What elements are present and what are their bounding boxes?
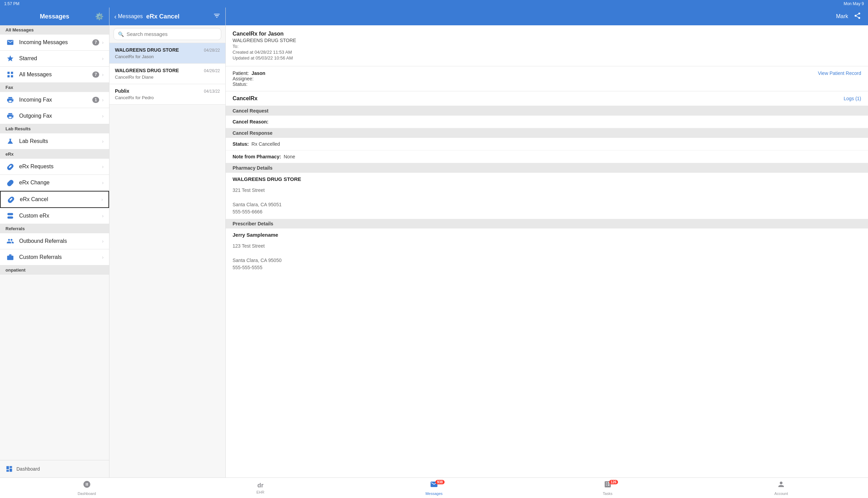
- sidebar-item-starred[interactable]: Starred ›: [0, 51, 109, 67]
- message-list-panel: ‹ Messages eRx Cancel 🔍 WALGREENS DRUG S…: [109, 8, 226, 477]
- lab-results-label: Lab Results: [19, 138, 102, 144]
- status-row: Status:: [233, 81, 265, 87]
- chevron-right-icon: ›: [102, 164, 104, 169]
- sidebar: Messages ⚙️ All Messages Incoming Messag…: [0, 8, 109, 477]
- sidebar-item-erx-requests[interactable]: eRx Requests ›: [0, 159, 109, 175]
- sidebar-item-erx-cancel[interactable]: eRx Cancel ›: [0, 191, 109, 208]
- logs-link[interactable]: Logs (1): [844, 96, 861, 101]
- fax-in-icon: [5, 96, 15, 104]
- pharmacy-city-state: Santa Clara, CA 95051: [233, 201, 861, 208]
- pharmacy-phone: 555-555-6666: [233, 208, 861, 215]
- pharmacy-address: 321 Test Street Santa Clara, CA 95051 55…: [226, 183, 868, 219]
- sidebar-item-outgoing-fax[interactable]: Outgoing Fax ›: [0, 108, 109, 124]
- detail-title: CancelRx for Jason: [233, 31, 861, 37]
- detail-patient-row: Patient: Jason Assignee: Status: View Pa…: [226, 66, 868, 91]
- tab-dashboard[interactable]: Dashboard: [0, 478, 174, 498]
- mark-button[interactable]: Mark: [836, 13, 848, 19]
- all-messages-badge: 7: [92, 71, 100, 78]
- cancel-response-section: Cancel Response: [226, 128, 868, 138]
- section-erx: eRx: [0, 149, 109, 159]
- patient-name: Jason: [251, 70, 265, 76]
- prescriber-phone: 555-555-5555: [233, 264, 861, 271]
- sidebar-item-incoming-fax[interactable]: Incoming Fax 1 ›: [0, 92, 109, 108]
- sidebar-item-erx-change[interactable]: eRx Change ›: [0, 175, 109, 191]
- message-item[interactable]: Publix 04/13/22 CancelRx for Pedro: [109, 84, 225, 105]
- tab-ehr[interactable]: dr EHR: [174, 478, 347, 498]
- person-icon: [777, 480, 785, 490]
- prescriber-street: 123 Test Street: [233, 243, 861, 250]
- prescriber-city-state: Santa Clara, CA 95050: [233, 257, 861, 264]
- erx-change-label: eRx Change: [19, 180, 102, 186]
- sidebar-item-lab-results[interactable]: Lab Results ›: [0, 133, 109, 149]
- status-field: Status: Rx Cancelled: [226, 138, 868, 150]
- tab-dashboard-label: Dashboard: [78, 492, 96, 496]
- pharmacy-street: 321 Test Street: [233, 187, 861, 194]
- dashboard-sidebar-icon: [5, 465, 13, 473]
- section-onpatient: onpatient: [0, 265, 109, 275]
- outbound-referrals-label: Outbound Referrals: [19, 238, 102, 244]
- search-input[interactable]: [127, 31, 217, 37]
- tab-ehr-label: EHR: [257, 490, 264, 494]
- tab-account[interactable]: Account: [694, 478, 868, 498]
- message-item-top: Publix 04/13/22: [115, 88, 220, 94]
- star-icon: [5, 55, 15, 62]
- message-date: 04/13/22: [204, 89, 220, 94]
- erx-cancel-label: eRx Cancel: [20, 196, 101, 202]
- message-item[interactable]: WALGREENS DRUG STORE 04/26/22 CancelRx f…: [109, 64, 225, 84]
- messages-badge: 938: [435, 480, 445, 484]
- tab-tasks[interactable]: 126 Tasks: [521, 478, 695, 498]
- cancel-rx-title: CancelRx: [233, 95, 258, 102]
- search-input-wrapper[interactable]: 🔍: [114, 28, 221, 40]
- chevron-right-icon: ›: [102, 238, 104, 244]
- detail-created: Created at 04/28/22 11:53 AM: [233, 50, 861, 55]
- back-button[interactable]: ‹ Messages: [114, 13, 143, 21]
- chevron-right-icon: ›: [102, 213, 104, 219]
- chevron-right-icon: ›: [102, 254, 104, 260]
- status-value: Rx Cancelled: [251, 141, 280, 147]
- message-subject: CancelRx for Jason: [115, 54, 220, 59]
- incoming-messages-badge: 7: [92, 39, 100, 45]
- patient-info: Patient: Jason Assignee: Status:: [233, 70, 265, 87]
- detail-panel: Mark CancelRx for Jason WALGREENS DRUG S…: [226, 8, 868, 477]
- message-list: WALGREENS DRUG STORE 04/28/22 CancelRx f…: [109, 43, 225, 477]
- pill-change-icon: [5, 179, 15, 186]
- section-all-messages: All Messages: [0, 25, 109, 35]
- sidebar-item-all-messages[interactable]: All Messages 7 ›: [0, 67, 109, 83]
- share-icon[interactable]: [854, 12, 861, 21]
- message-sender: WALGREENS DRUG STORE: [115, 68, 179, 73]
- message-subject: CancelRx for Pedro: [115, 95, 220, 100]
- detail-updated: Updated at 05/03/22 10:56 AM: [233, 55, 861, 61]
- incoming-messages-label: Incoming Messages: [19, 39, 92, 45]
- referral-custom-icon: [5, 253, 15, 261]
- outgoing-fax-label: Outgoing Fax: [19, 113, 102, 119]
- view-patient-record-link[interactable]: View Patient Record: [818, 70, 861, 76]
- prescriber-details-section: Prescriber Details: [226, 219, 868, 228]
- message-date: 04/26/22: [204, 68, 220, 73]
- section-fax: Fax: [0, 83, 109, 92]
- sidebar-item-outbound-referrals[interactable]: Outbound Referrals ›: [0, 233, 109, 249]
- prescriber-address: 123 Test Street Santa Clara, CA 95050 55…: [226, 239, 868, 275]
- pharmacy-name: WALGREENS DRUG STORE: [226, 173, 868, 183]
- message-date: 04/28/22: [204, 48, 220, 53]
- message-subject: CancelRx for Diane: [115, 75, 220, 80]
- sidebar-item-custom-erx[interactable]: Custom eRx ›: [0, 208, 109, 224]
- referral-out-icon: [5, 237, 15, 245]
- tab-tasks-label: Tasks: [603, 492, 613, 496]
- filter-icon[interactable]: [213, 12, 221, 21]
- detail-to: To:: [233, 44, 861, 49]
- gear-icon[interactable]: ⚙️: [95, 12, 104, 21]
- message-item-top: WALGREENS DRUG STORE 04/26/22: [115, 68, 220, 73]
- search-icon: 🔍: [118, 31, 124, 37]
- sidebar-title: Messages: [40, 13, 69, 20]
- chevron-right-icon: ›: [102, 139, 104, 144]
- fax-out-icon: [5, 112, 15, 120]
- message-item[interactable]: WALGREENS DRUG STORE 04/28/22 CancelRx f…: [109, 43, 225, 64]
- sidebar-item-custom-referrals[interactable]: Custom Referrals ›: [0, 249, 109, 265]
- tasks-badge: 126: [609, 480, 618, 484]
- message-list-title: eRx Cancel: [146, 13, 210, 20]
- incoming-fax-label: Incoming Fax: [19, 97, 92, 103]
- cancel-request-section: Cancel Request: [226, 106, 868, 116]
- chevron-right-icon: ›: [102, 56, 104, 61]
- sidebar-item-incoming-messages[interactable]: Incoming Messages 7 ›: [0, 35, 109, 51]
- tab-messages[interactable]: 938 Messages: [347, 478, 521, 498]
